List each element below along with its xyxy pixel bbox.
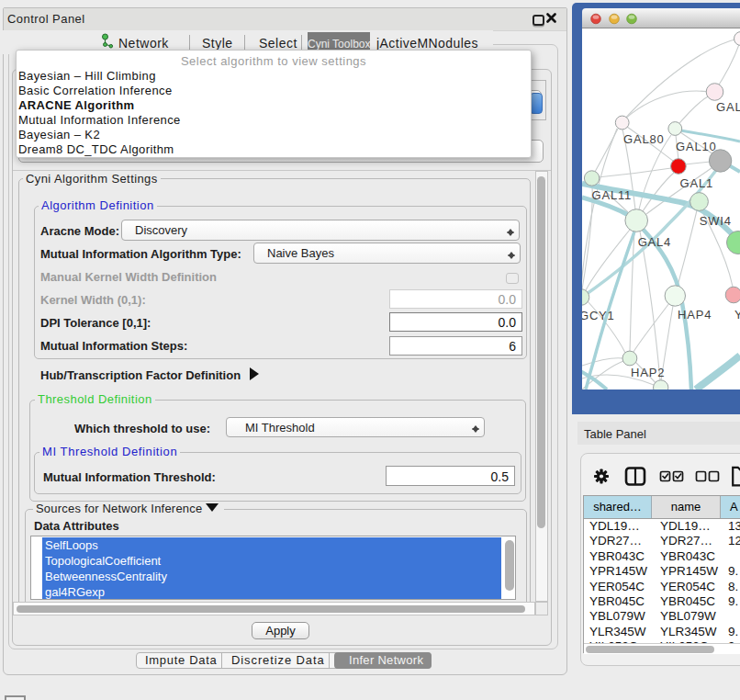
svg-text:GAL: GAL xyxy=(716,100,740,114)
svg-text:SWI4: SWI4 xyxy=(700,214,732,228)
svg-text:GAL4: GAL4 xyxy=(638,235,671,249)
svg-text:GAL1: GAL1 xyxy=(680,176,713,190)
svg-text:HAP2: HAP2 xyxy=(631,366,665,379)
svg-text:GAL80: GAL80 xyxy=(623,132,664,146)
svg-text:GAL10: GAL10 xyxy=(676,140,716,153)
svg-text:GAL11: GAL11 xyxy=(592,188,633,202)
svg-text:GCY1: GCY1 xyxy=(582,309,615,322)
svg-text:HAP4: HAP4 xyxy=(678,308,712,322)
svg-text:Y: Y xyxy=(734,308,740,322)
